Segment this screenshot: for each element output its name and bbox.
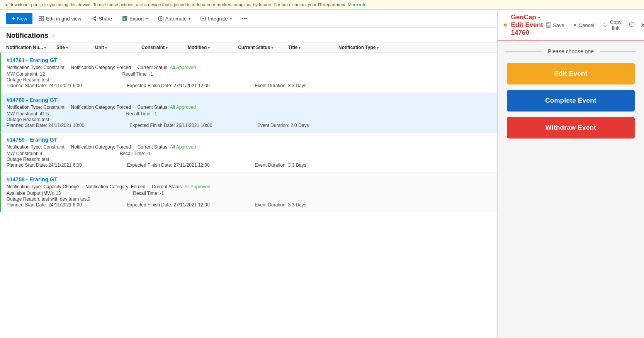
- comment-icon[interactable]: [629, 22, 634, 29]
- svg-line-7: [93, 17, 95, 19]
- current-status-col-header[interactable]: Current Status ▾: [238, 45, 288, 50]
- favorite-star-icon[interactable]: ☆: [51, 33, 56, 39]
- site-sort-icon: ▾: [66, 46, 68, 50]
- edit-grid-view-button[interactable]: Edit in grid view: [35, 14, 85, 24]
- notification-item-14758: #14758 - Eraring GT Notification Type: C…: [0, 172, 497, 212]
- automate-chevron-icon: ▾: [189, 17, 190, 21]
- notification-title-14760[interactable]: #14760 - Eraring GT: [7, 97, 491, 103]
- title-sort-icon: ▾: [299, 46, 301, 50]
- panel-header: GenCap - Edit Event 14760 Save ✕ Cancel …: [498, 10, 644, 41]
- page-title: Notifications: [6, 32, 48, 40]
- automate-icon: [158, 16, 163, 21]
- constraint-sort-icon: ▾: [166, 46, 168, 50]
- link-icon: [603, 22, 607, 28]
- save-button[interactable]: Save: [544, 21, 567, 29]
- plus-icon: +: [12, 15, 15, 22]
- new-button[interactable]: + New: [6, 13, 32, 24]
- svg-line-8: [93, 19, 95, 20]
- cancel-button[interactable]: ✕ Cancel: [571, 21, 596, 29]
- info-bar: to download, print, or sync using this d…: [0, 0, 644, 10]
- notification-detail-dates-14759: Planned Start Date: 24/11/2021 6:00 Expe…: [7, 162, 491, 168]
- site-col-header[interactable]: Site ▾: [56, 45, 95, 50]
- current-status-sort-icon: ▾: [271, 46, 273, 50]
- notification-meta-14760: Notification Type: Constraint Notificati…: [7, 105, 491, 110]
- svg-point-6: [95, 20, 96, 21]
- toolbar: + New Edit in grid view Share X Export ▾…: [0, 10, 497, 28]
- svg-point-4: [95, 17, 96, 18]
- grid-icon: [39, 16, 44, 21]
- notification-type-sort-icon: ▾: [377, 46, 379, 50]
- share-button[interactable]: Share: [87, 14, 116, 24]
- page-header: Notifications ☆: [0, 28, 497, 42]
- notification-num-col-header[interactable]: Notification Nu... ▾: [6, 45, 56, 50]
- notification-detail-outage-14760: Outage Reason: test: [7, 117, 491, 122]
- svg-rect-1: [42, 16, 44, 18]
- edit-event-button[interactable]: Edit Event: [507, 63, 635, 84]
- modified-sort-icon: ▾: [208, 46, 210, 50]
- notification-detail-mw-14760: MW Constraint: 41.5 Recall Time: -1: [7, 111, 491, 117]
- notification-item-14760: #14760 - Eraring GT Notification Type: C…: [0, 93, 497, 133]
- notification-title-14758[interactable]: #14758 - Eraring GT: [7, 176, 491, 183]
- export-button[interactable]: X Export ▾: [118, 14, 152, 24]
- svg-rect-18: [547, 23, 549, 24]
- svg-rect-3: [42, 19, 44, 21]
- export-chevron-icon: ▾: [146, 17, 148, 21]
- close-panel-button[interactable]: ✕: [639, 21, 644, 30]
- notification-type-col-header[interactable]: Notification Type ▾: [338, 45, 491, 50]
- notification-detail-mw-14759: MW Constraint: 4 Recall Time: -1: [7, 151, 491, 156]
- notification-detail-outage-14761: Outage Reason: test: [7, 77, 491, 83]
- unit-col-header[interactable]: Unit ▾: [95, 45, 141, 50]
- more-options-button[interactable]: •••: [238, 14, 251, 24]
- integrate-button[interactable]: Integrate ▾: [197, 14, 235, 24]
- notification-detail-dates-14761: Planned Start Date: 24/11/2021 6:00 Expe…: [7, 83, 491, 88]
- svg-text:X: X: [123, 17, 126, 21]
- notification-detail-outage-14759: Outage Reason: test: [7, 157, 491, 162]
- automate-button[interactable]: Automate ▾: [154, 14, 195, 24]
- modified-col-header[interactable]: Modified ▾: [188, 45, 238, 50]
- svg-rect-2: [39, 19, 41, 21]
- share-icon: [91, 16, 97, 21]
- notification-meta-14761: Notification Type: Constraint Notificati…: [7, 65, 491, 70]
- save-icon: [546, 22, 551, 28]
- notification-title-14759[interactable]: #14759 - Eraring GT: [7, 137, 491, 143]
- table-header: Notification Nu... ▾ Site ▾ Unit ▾ Const…: [0, 42, 497, 53]
- notification-num-sort-icon: ▾: [44, 46, 46, 50]
- integrate-icon: [201, 16, 206, 21]
- cancel-x-icon: ✕: [573, 22, 577, 28]
- gencap-logo-icon: [503, 19, 508, 31]
- copy-link-button[interactable]: Copy link: [600, 18, 625, 32]
- complete-event-button[interactable]: Complete Event: [507, 90, 635, 112]
- svg-point-5: [92, 18, 93, 19]
- constraint-col-header[interactable]: Constraint ▾: [141, 45, 188, 50]
- notification-detail-dates-14758: Planned Start Date: 24/11/2021 6:00 Expe…: [7, 202, 491, 208]
- notification-detail-mw-14761: MW Constraint: 12 Recall Time: -1: [7, 71, 491, 77]
- unit-sort-icon: ▾: [105, 46, 107, 50]
- export-icon: X: [122, 16, 127, 21]
- notification-meta-14759: Notification Type: Constraint Notificati…: [7, 144, 491, 150]
- svg-marker-12: [160, 17, 162, 20]
- notification-detail-dates-14760: Planned Start Date: 24/11/2021 10:00 Exp…: [7, 123, 491, 128]
- right-panel: GenCap - Edit Event 14760 Save ✕ Cancel …: [497, 10, 644, 338]
- integrate-chevron-icon: ▾: [230, 17, 232, 21]
- svg-rect-20: [630, 23, 634, 26]
- notification-title-14761[interactable]: #14761 - Eraring GT: [7, 57, 491, 63]
- withdraw-event-button[interactable]: Withdraw Event: [507, 117, 635, 139]
- notifications-list: #14761 - Eraring GT Notification Type: C…: [0, 53, 497, 338]
- svg-rect-19: [547, 25, 550, 27]
- notification-detail-available-14758: Available Output (MW): 13 Recall Time: -…: [7, 191, 491, 196]
- notification-detail-outage-14758: Outage Reason: test with dev team test0: [7, 196, 491, 202]
- more-info-link[interactable]: More info.: [348, 2, 367, 7]
- panel-title: GenCap - Edit Event 14760: [511, 14, 544, 37]
- notification-item-14761: #14761 - Eraring GT Notification Type: C…: [0, 53, 497, 93]
- please-choose-text: Please choose one: [542, 48, 600, 54]
- notification-item-14759: #14759 - Eraring GT Notification Type: C…: [0, 133, 497, 172]
- panel-buttons: Edit Event Complete Event Withdraw Event: [498, 57, 644, 144]
- svg-rect-0: [39, 16, 41, 18]
- please-choose-section: Please choose one: [498, 41, 644, 57]
- title-col-header[interactable]: Title ▾: [288, 45, 338, 50]
- notification-meta-14758: Notification Type: Capacity Change Notif…: [7, 184, 491, 189]
